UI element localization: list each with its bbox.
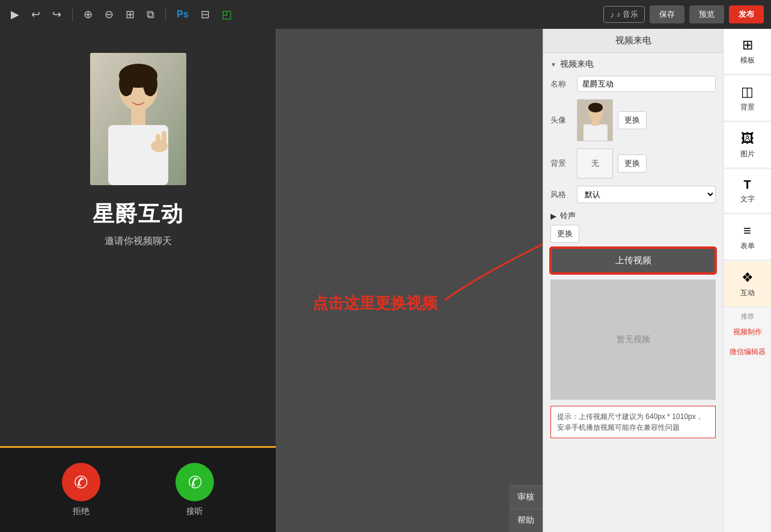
accept-icon: ✆ [188,472,202,492]
sidebar-item-bg[interactable]: ◫ 背景 [724,76,771,121]
main-area: 星爵互动 邀请你视频聊天 ✆ 拒绝 ✆ 接听 [0,29,771,532]
review-button[interactable]: 审核 [509,485,543,509]
form-icon: ≡ [743,223,751,239]
text-label: 文字 [740,194,755,204]
text-icon: T [743,178,751,192]
reject-action: ✆ 拒绝 [62,463,100,517]
style-field-row: 风格 默认 [550,186,716,203]
sidebar-item-wechat-editor[interactable]: 微信编辑器 [724,342,771,362]
svg-point-16 [588,103,603,112]
panel-content: ▼ 视频来电 名称 头像 [543,53,723,532]
annotation-arrow [397,180,543,360]
ringtone-change-button[interactable]: 更换 [550,225,579,243]
name-label: 名称 [550,79,572,90]
accept-label: 接听 [186,506,203,517]
play-button[interactable]: ▶ [7,5,23,23]
publish-button[interactable]: 发布 [729,5,764,23]
align-button[interactable]: ⊟ [197,5,213,23]
divider-1 [72,7,73,22]
style-select[interactable]: 默认 [577,186,716,203]
bg-label: 背景 [550,158,572,169]
ringtone-triangle: ▶ [550,212,556,221]
template-icon: ⊞ [742,37,753,53]
bg-icon: ◫ [741,84,754,100]
music-icon: ♪ [610,10,614,19]
ringtone-header[interactable]: ▶ 铃声 [550,210,716,221]
canvas-area: 星爵互动 邀请你视频聊天 ✆ 拒绝 ✆ 接听 [0,29,543,532]
bg-section: 无 更换 [577,148,647,179]
phone-bottom: ✆ 拒绝 ✆ 接听 [0,448,276,532]
ringtone-section: ▶ 铃声 更换 [550,210,716,243]
zoom-out-button[interactable]: ⊖ [101,5,117,23]
undo-button[interactable]: ↩ [28,5,44,23]
music-label: ♪ 音乐 [617,9,638,20]
avatar-thumb-img [577,99,612,141]
grid-button[interactable]: ⊞ [122,5,138,23]
avatar-field-row: 头像 更换 [550,99,716,141]
sidebar-item-form[interactable]: ≡ 表单 [724,215,771,260]
help-button[interactable]: 帮助 [509,509,543,532]
video-edit-label: 视频制作 [733,327,762,337]
sidebar-item-image[interactable]: 🖼 图片 [724,123,771,168]
reject-label: 拒绝 [73,506,90,517]
sidebar-item-text[interactable]: T 文字 [724,170,771,213]
name-input[interactable] [577,76,716,92]
side-action-buttons: 审核 帮助 [509,485,543,532]
video-preview-area: 暂无视频 [550,280,716,400]
caller-name: 星爵互动 [93,200,184,229]
divider-2 [165,7,166,22]
avatar-image-section: 更换 [577,99,647,141]
svg-rect-12 [162,131,166,148]
panel-title: 视频来电 [543,29,723,53]
annotation-text: 点击这里更换视频 [312,293,437,314]
save-button[interactable]: 保存 [650,5,684,23]
recommend-label: 推荐 [724,308,771,322]
right-panel: 视频来电 ▼ 视频来电 名称 头像 [543,29,723,532]
bg-field-row: 背景 无 更换 [550,148,716,179]
svg-rect-11 [156,134,160,149]
svg-rect-7 [131,107,145,125]
sidebar-item-video-edit[interactable]: 视频制作 [724,322,771,342]
image-icon: 🖼 [741,131,754,147]
avatar-image [90,53,186,185]
avatar-thumbnail [577,99,613,141]
layers-button[interactable]: ⧉ [143,6,158,23]
interactive-label: 互动 [740,288,755,298]
svg-rect-6 [108,125,168,185]
phone-preview: 星爵互动 邀请你视频聊天 ✆ 拒绝 ✆ 接听 [0,29,276,532]
redo-button[interactable]: ↪ [49,5,65,23]
bg-none-box: 无 [577,148,613,179]
photoshop-icon[interactable]: Ps [173,7,192,22]
music-button[interactable]: ♪ ♪ 音乐 [603,6,645,23]
sidebar-item-template[interactable]: ⊞ 模板 [724,29,771,75]
annotation-area: 点击这里更换视频 审核 帮助 [276,29,543,532]
reject-button[interactable]: ✆ [62,463,100,501]
zoom-in-button[interactable]: ⊕ [80,5,96,23]
accept-button[interactable]: ✆ [175,463,214,501]
video-empty-label: 暂无视频 [617,334,650,345]
wechat-editor-label: 微信编辑器 [730,347,766,357]
reject-icon: ✆ [74,472,88,492]
ringtone-label: 铃声 [560,210,576,221]
template-label: 模板 [740,55,755,66]
bg-label: 背景 [740,102,755,112]
avatar-change-button[interactable]: 更换 [618,111,647,129]
svg-point-8 [127,89,132,95]
sidebar-item-interactive[interactable]: ❖ 互动 [724,261,771,307]
interactive-icon: ❖ [742,270,754,286]
phone-avatar [90,53,186,185]
image-label: 图片 [740,149,755,159]
preview-button[interactable]: 预览 [689,5,724,23]
tip-text: 提示：上传视频尺寸建议为 640px * 1010px，安卓手机播放视频可能存在… [557,412,703,432]
style-label: 风格 [550,189,572,200]
upload-video-button[interactable]: 上传视频 [550,248,716,274]
far-right-sidebar: ⊞ 模板 ◫ 背景 🖼 图片 T 文字 ≡ 表单 ❖ 互动 推荐 视频制作 微信… [723,29,771,532]
crop-button[interactable]: ◰ [218,5,236,23]
name-field-row: 名称 [550,76,716,92]
avatar-label: 头像 [550,115,572,126]
bg-change-button[interactable]: 更换 [618,154,647,173]
svg-rect-18 [592,120,599,126]
section-header[interactable]: ▼ 视频来电 [550,59,716,70]
section-triangle: ▼ [550,61,556,68]
accept-action: ✆ 接听 [175,463,214,517]
